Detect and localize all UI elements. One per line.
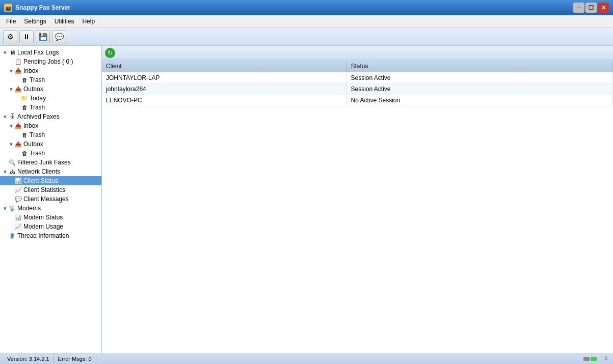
led-gray-indicator — [583, 357, 590, 361]
expand-icon — [8, 214, 14, 220]
sidebar-item-today[interactable]: 📁 Today — [0, 94, 101, 103]
sidebar-item-client-status[interactable]: 📊 Client Status — [0, 176, 101, 185]
today-icon: 📁 — [20, 94, 29, 102]
inbox-icon: 📥 — [14, 67, 22, 75]
sidebar-item-inbox-archived[interactable]: ▼ 📥 Inbox — [0, 121, 101, 130]
expand-icon: ▼ — [8, 141, 14, 147]
message-toolbar-button[interactable]: 💬 — [52, 30, 66, 43]
main-container: ▼ 🖥 Local Fax Logs 📋 Pending Jobs ( 0 ) … — [0, 46, 613, 353]
sidebar-item-modem-status[interactable]: 📊 Modem Status — [0, 213, 101, 222]
sidebar-label: Pending Jobs ( 0 ) — [23, 58, 73, 65]
sidebar-label: Outbox — [23, 141, 43, 148]
table-row[interactable]: JOHNTAYLOR-LAP Session Active — [102, 72, 613, 83]
sidebar-label: Modems — [17, 205, 41, 212]
app-icon: 📠 — [4, 4, 12, 12]
archived-faxes-icon: 🗄 — [8, 113, 16, 121]
menu-utilities[interactable]: Utilities — [50, 17, 78, 26]
sidebar-item-local-fax-logs[interactable]: ▼ 🖥 Local Fax Logs — [0, 48, 101, 57]
client-status-icon: 📊 — [14, 177, 22, 185]
content-toolbar: ↻ — [102, 46, 613, 60]
sidebar-item-trash-inbox-local[interactable]: 🗑 Trash — [0, 75, 101, 85]
column-header-status: Status — [347, 60, 613, 72]
menu-help[interactable]: Help — [78, 17, 99, 26]
expand-icon — [14, 132, 20, 138]
sidebar-item-inbox-local[interactable]: ▼ 📥 Inbox — [0, 66, 101, 75]
sidebar-label: Archived Faxes — [17, 113, 60, 120]
thread-info-icon: 🧵 — [8, 232, 16, 240]
expand-icon — [2, 159, 8, 165]
menu-file[interactable]: File — [2, 17, 20, 26]
trash-icon: 🗑 — [20, 149, 29, 157]
pause-toolbar-button[interactable]: ⏸ — [19, 30, 34, 43]
expand-icon — [8, 178, 14, 184]
sidebar-item-client-messages[interactable]: 💬 Client Messages — [0, 194, 101, 204]
cell-client: LENOVO-PC — [102, 95, 347, 106]
outbox-icon: 📤 — [14, 140, 22, 148]
close-button[interactable]: ✕ — [598, 3, 609, 13]
client-messages-icon: 💬 — [14, 195, 22, 203]
sidebar-item-trash-inbox-archived[interactable]: 🗑 Trash — [0, 130, 101, 139]
expand-icon — [14, 77, 20, 83]
menu-settings[interactable]: Settings — [20, 17, 50, 26]
cell-status: Session Active — [347, 83, 613, 95]
save-toolbar-button[interactable]: 💾 — [36, 30, 50, 43]
sidebar-label: Local Fax Logs — [17, 49, 59, 56]
sidebar-label: Trash — [30, 131, 45, 138]
sidebar-label: Network Clients — [17, 168, 60, 175]
cell-client: johntaylora284 — [102, 83, 347, 95]
sidebar-label: Trash — [30, 76, 45, 83]
sidebar-item-filtered-junk[interactable]: 🔍 Filtered Junk Faxes — [0, 158, 101, 167]
expand-icon: ▼ — [8, 68, 14, 74]
table-row[interactable]: LENOVO-PC No Active Session — [102, 95, 613, 106]
sidebar-item-thread-info[interactable]: 🧵 Thread Information — [0, 231, 101, 240]
modem-usage-icon: 📈 — [14, 222, 22, 231]
sidebar-label: Client Status — [23, 177, 58, 184]
sidebar-label: Modem Usage — [23, 223, 63, 230]
sidebar-item-trash-outbox-archived[interactable]: 🗑 Trash — [0, 149, 101, 158]
table-header-row: Client Status — [102, 60, 613, 72]
restore-button[interactable]: ❐ — [585, 3, 597, 13]
sidebar-label: Inbox — [23, 67, 38, 74]
expand-icon — [8, 223, 14, 230]
sidebar-item-outbox-local[interactable]: ▼ 📤 Outbox — [0, 85, 101, 94]
column-header-client: Client — [102, 60, 347, 72]
sidebar-item-outbox-archived[interactable]: ▼ 📤 Outbox — [0, 139, 101, 149]
resize-handle[interactable]: ⠿ — [602, 355, 610, 363]
expand-icon: ▼ — [8, 123, 14, 129]
refresh-icon[interactable]: ↻ — [105, 48, 115, 58]
sidebar-item-pending-jobs[interactable]: 📋 Pending Jobs ( 0 ) — [0, 57, 101, 66]
trash-icon: 🗑 — [20, 76, 29, 84]
outbox-icon: 📤 — [14, 85, 22, 93]
sidebar-item-modems[interactable]: ▼ 📡 Modems — [0, 204, 101, 213]
expand-icon — [8, 196, 14, 202]
sidebar-item-network-clients[interactable]: ▼ 🖧 Network Clients — [0, 167, 101, 176]
inbox-icon: 📥 — [14, 122, 22, 130]
window-title: Snappy Fax Server — [15, 4, 570, 11]
error-label: Error Msgs: 0 — [58, 356, 92, 362]
network-clients-icon: 🖧 — [8, 167, 16, 176]
menu-bar: File Settings Utilities Help — [0, 15, 613, 27]
toolbar: ⚙ ⏸ 💾 💬 — [0, 27, 613, 46]
modem-status-icon: 📊 — [14, 213, 22, 221]
status-bar: Version: 3.14.2.1 Error Msgs: 0 ⠿ — [0, 353, 613, 364]
error-section: Error Msgs: 0 — [54, 353, 96, 364]
sidebar-item-modem-usage[interactable]: 📈 Modem Usage — [0, 222, 101, 231]
sidebar-item-trash-outbox-local[interactable]: 🗑 Trash — [0, 103, 101, 112]
expand-icon: ▼ — [2, 114, 8, 120]
settings-toolbar-button[interactable]: ⚙ — [3, 30, 17, 43]
sidebar-item-archived-faxes[interactable]: ▼ 🗄 Archived Faxes — [0, 112, 101, 121]
modems-icon: 📡 — [8, 204, 16, 212]
expand-icon: ▼ — [8, 86, 14, 92]
local-fax-logs-icon: 🖥 — [8, 48, 16, 57]
minimize-button[interactable]: ─ — [573, 3, 584, 13]
table-row[interactable]: johntaylora284 Session Active — [102, 83, 613, 95]
sidebar-item-client-statistics[interactable]: 📈 Client Statistics — [0, 185, 101, 194]
sidebar-label: Outbox — [23, 86, 43, 93]
sidebar: ▼ 🖥 Local Fax Logs 📋 Pending Jobs ( 0 ) … — [0, 46, 102, 353]
expand-icon: ▼ — [2, 205, 8, 211]
expand-icon — [14, 95, 20, 101]
client-status-table: Client Status JOHNTAYLOR-LAP Session Act… — [102, 60, 613, 106]
sidebar-label: Inbox — [23, 122, 38, 129]
led-green-indicator — [591, 357, 597, 361]
expand-icon — [8, 187, 14, 193]
